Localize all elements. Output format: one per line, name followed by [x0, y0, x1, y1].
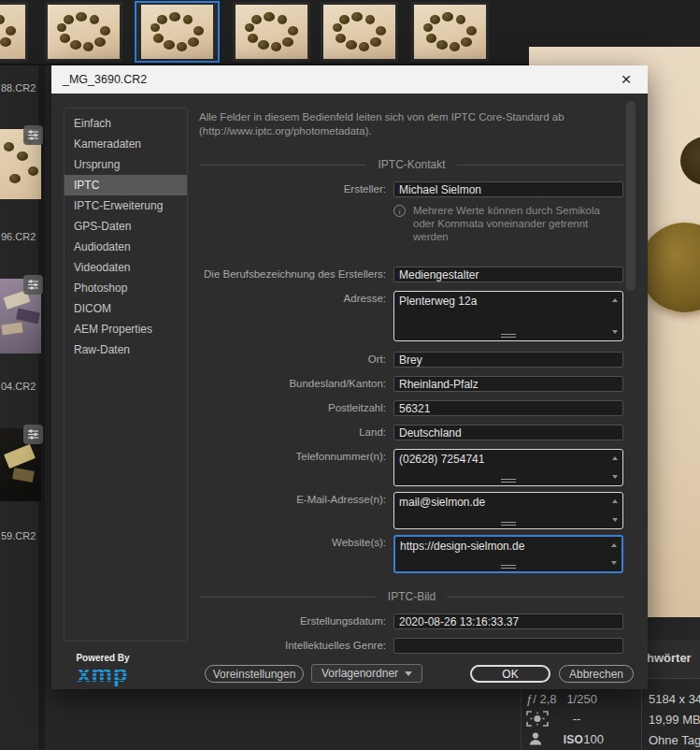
- thumbnail[interactable]: [0, 129, 41, 199]
- field-row-postleitzahl: Postleitzahl:: [199, 400, 624, 416]
- spinner-up-icon[interactable]: [611, 543, 617, 547]
- resize-grip[interactable]: [501, 522, 516, 526]
- field-row-bundesland: Bundesland/Kanton:: [199, 376, 624, 392]
- resize-grip[interactable]: [501, 565, 516, 569]
- panel-divider: [521, 689, 521, 750]
- chevron-down-icon: [405, 671, 412, 676]
- resize-grip[interactable]: [501, 334, 516, 338]
- adjustments-badge-icon: [23, 425, 43, 444]
- sidebar-item-ursprung[interactable]: Ursprung: [64, 154, 187, 175]
- sidebar-item-audiodaten[interactable]: Audiodaten: [64, 237, 187, 257]
- voreinstellungen-button[interactable]: Voreinstellungen: [205, 665, 304, 683]
- dialog-titlebar: _MG_3690.CR2 ×: [51, 65, 648, 94]
- ok-button[interactable]: OK: [470, 665, 550, 683]
- sidebar-item-aem-properties[interactable]: AEM Properties: [64, 319, 187, 339]
- panel-description: Alle Felder in diesem Bedienfeld leiten …: [199, 110, 618, 138]
- website-textarea-focused[interactable]: https://design-sielmon.de: [393, 535, 623, 573]
- thumbnail[interactable]: [411, 2, 489, 62]
- spinner-up-icon[interactable]: [612, 298, 618, 302]
- postleitzahl-input[interactable]: [393, 400, 623, 416]
- vorlagenordner-dropdown[interactable]: Vorlagenordner: [311, 664, 422, 683]
- sidebar-item-photoshop[interactable]: Photoshop: [64, 278, 187, 298]
- spinner-down-icon[interactable]: [612, 330, 618, 334]
- coin-photo-thumb: [414, 5, 486, 59]
- adjustments-badge-icon: [23, 275, 43, 295]
- aperture-value: ƒ/ 2,8: [526, 692, 557, 706]
- sidebar-item-gps-daten[interactable]: GPS-Daten: [64, 216, 187, 237]
- coin-photo-thumb: [141, 5, 213, 59]
- land-input[interactable]: [393, 425, 623, 440]
- hint-text: Mehrere Werte können durch Semikola oder…: [413, 204, 618, 243]
- file-name: 88.CR2: [1, 82, 44, 94]
- iso-label: ISO: [564, 733, 584, 746]
- sidebar-item-kameradaten[interactable]: Kameradaten: [64, 134, 187, 154]
- berufsbezeichnung-input[interactable]: [393, 267, 623, 282]
- sidebar-item-iptc[interactable]: IPTC: [64, 175, 187, 195]
- telefonnummer-textarea[interactable]: (02628) 7254741: [393, 449, 623, 486]
- coin-photo-thumb: [236, 5, 307, 59]
- thumbnail[interactable]: [321, 2, 398, 62]
- field-row-beruf: Die Berufsbezeichnung des Erstellers:: [199, 267, 624, 282]
- iso-value: 100: [583, 732, 604, 746]
- section-header-iptc-kontakt: IPTC-Kontakt: [199, 158, 624, 171]
- adjustments-badge-icon: [23, 125, 43, 145]
- ersteller-input[interactable]: [393, 181, 623, 197]
- content-grid-left-edge: 88.CR2 96.CR2 04.CR2: [0, 65, 45, 750]
- sidebar-item-raw-daten[interactable]: Raw-Daten: [64, 339, 187, 360]
- field-label: Die Berufsbezeichnung des Erstellers:: [199, 267, 386, 282]
- close-icon[interactable]: ×: [616, 69, 636, 90]
- thumbnail[interactable]: [0, 279, 41, 353]
- thumbnail[interactable]: [233, 2, 310, 62]
- xmp-logo-stripes: [72, 666, 134, 683]
- person-icon: [528, 731, 543, 749]
- coin-photo-thumb: [323, 5, 395, 59]
- bundesland-input[interactable]: [393, 376, 623, 392]
- metadata-dialog: _MG_3690.CR2 × Einfach Kameradaten Urspr…: [51, 65, 648, 689]
- field-label: Postleitzahl:: [199, 400, 386, 416]
- sidebar-item-iptc-erweiterung[interactable]: IPTC-Erweiterung: [64, 195, 187, 216]
- adresse-textarea[interactable]: Plenterweg 12a: [393, 291, 623, 341]
- email-textarea[interactable]: mail@sielmon.de: [393, 492, 623, 529]
- spinner-down-icon[interactable]: [611, 561, 617, 565]
- dialog-title: _MG_3690.CR2: [63, 73, 616, 86]
- field-label: Bundesland/Kanton:: [199, 376, 386, 392]
- file-name: 04.CR2: [1, 381, 44, 392]
- metadata-category-list: Einfach Kameradaten Ursprung IPTC IPTC-E…: [64, 108, 188, 642]
- field-label: Ersteller:: [199, 181, 386, 197]
- spinner-up-icon[interactable]: [612, 456, 618, 460]
- field-row-telefon: Telefonnummer(n): (02628) 7254741: [199, 449, 624, 486]
- section-header-iptc-bild: IPTC-Bild: [199, 590, 624, 603]
- erstellungsdatum-input[interactable]: [393, 613, 623, 629]
- iptc-form: Alle Felder in diesem Bedienfeld leiten …: [199, 110, 624, 654]
- sidebar-item-einfach[interactable]: Einfach: [64, 113, 187, 134]
- field-label: Ort:: [199, 352, 386, 368]
- field-label: Land:: [199, 425, 386, 440]
- thumbnail[interactable]: [0, 428, 41, 501]
- spinner-down-icon[interactable]: [612, 475, 618, 479]
- field-label: Adresse:: [199, 291, 386, 307]
- abbrechen-button[interactable]: Abbrechen: [559, 665, 634, 683]
- exposure-row: ƒ/ 2,8 1/250: [526, 692, 597, 706]
- spinner-down-icon[interactable]: [612, 518, 618, 522]
- metering-row: --: [526, 711, 580, 729]
- field-row-erstellungsdatum: Erstellungsdatum:: [199, 613, 624, 629]
- scrollbar-thumb[interactable]: [626, 101, 636, 291]
- resize-grip[interactable]: [501, 479, 516, 483]
- file-tags: Ohne Tag: [649, 733, 700, 747]
- thumbnail[interactable]: [0, 2, 28, 62]
- multi-value-hint: i Mehrere Werte können durch Semikola od…: [393, 204, 618, 243]
- ort-input[interactable]: [393, 352, 623, 368]
- metering-mode-icon: [526, 711, 549, 729]
- tab-stichwoerter[interactable]: hwörter: [647, 651, 692, 665]
- field-label: E-Mail-Adresse(n):: [199, 492, 386, 508]
- coin-image: [639, 223, 700, 312]
- thumbnail[interactable]: [45, 2, 122, 62]
- xmp-logo: Powered By xmp: [64, 653, 141, 685]
- sidebar-item-videodaten[interactable]: Videodaten: [64, 257, 187, 278]
- field-row-adresse: Adresse: Plenterweg 12a: [199, 291, 624, 341]
- sidebar-item-dicom[interactable]: DICOM: [64, 298, 187, 319]
- field-label: Telefonnummer(n):: [199, 449, 386, 465]
- thumbnail-selected[interactable]: [135, 1, 220, 63]
- spinner-up-icon[interactable]: [612, 499, 618, 503]
- field-label: Website(s):: [199, 535, 386, 551]
